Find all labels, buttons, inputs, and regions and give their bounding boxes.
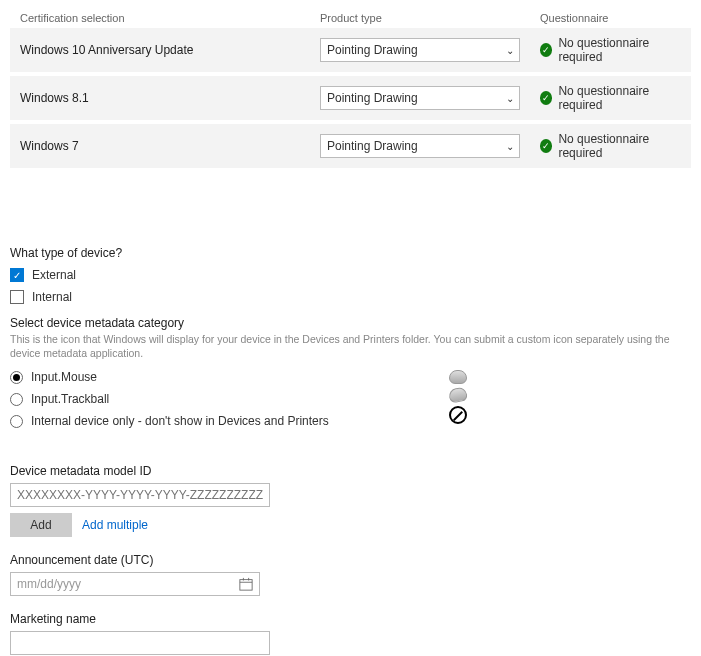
checkbox-external[interactable]: ✓ (10, 268, 24, 282)
checkbox-external-label: External (32, 268, 76, 282)
radio-internal-only[interactable] (10, 415, 23, 428)
metadata-cat-subtitle: This is the icon that Windows will displ… (10, 333, 691, 360)
checkbox-internal-label: Internal (32, 290, 72, 304)
product-type-select[interactable]: Pointing Drawing (320, 86, 520, 110)
announcement-date-label: Announcement date (UTC) (10, 553, 691, 567)
check-icon: ✓ (540, 91, 552, 105)
certification-table: Certification selection Product type Que… (10, 8, 691, 168)
cert-header-row: Certification selection Product type Que… (10, 8, 691, 28)
product-type-select[interactable]: Pointing Drawing (320, 134, 520, 158)
radio-input-trackball-label: Input.Trackball (31, 392, 109, 406)
cert-name: Windows 10 Anniversary Update (20, 43, 320, 57)
check-icon: ✓ (540, 43, 552, 57)
check-icon: ✓ (540, 139, 552, 153)
marketing-name-input[interactable] (10, 631, 270, 655)
questionnaire-status: ✓ No questionnaire required (540, 132, 681, 160)
questionnaire-status: ✓ No questionnaire required (540, 84, 681, 112)
category-icon-preview (449, 370, 467, 424)
model-id-add-button[interactable]: Add (10, 513, 72, 537)
mouse-icon (449, 370, 467, 384)
radio-internal-only-label: Internal device only - don't show in Dev… (31, 414, 329, 428)
calendar-icon (239, 577, 253, 591)
cert-row: Windows 10 Anniversary Update Pointing D… (10, 28, 691, 72)
model-id-add-multiple-link[interactable]: Add multiple (82, 518, 148, 532)
radio-input-mouse-label: Input.Mouse (31, 370, 97, 384)
announcement-date-input[interactable]: mm/dd/yyyy (10, 572, 260, 596)
device-type-section: What type of device? ✓ External Internal (10, 246, 691, 304)
radio-input-trackball[interactable] (10, 393, 23, 406)
cert-row: Windows 8.1 Pointing Drawing ⌄ ✓ No ques… (10, 76, 691, 120)
cert-name: Windows 8.1 (20, 91, 320, 105)
announcement-date-placeholder: mm/dd/yyyy (17, 577, 81, 591)
no-icon (449, 406, 467, 424)
device-type-title: What type of device? (10, 246, 691, 260)
svg-rect-0 (240, 580, 252, 591)
cert-name: Windows 7 (20, 139, 320, 153)
cert-row: Windows 7 Pointing Drawing ⌄ ✓ No questi… (10, 124, 691, 168)
cert-header-questionnaire: Questionnaire (540, 12, 681, 24)
radio-input-mouse[interactable] (10, 371, 23, 384)
model-id-input[interactable] (10, 483, 270, 507)
cert-header-product: Product type (320, 12, 540, 24)
model-id-label: Device metadata model ID (10, 464, 691, 478)
questionnaire-status: ✓ No questionnaire required (540, 36, 681, 64)
trackball-icon (448, 387, 468, 404)
marketing-name-label: Marketing name (10, 612, 691, 626)
metadata-cat-title: Select device metadata category (10, 316, 691, 330)
product-type-select[interactable]: Pointing Drawing (320, 38, 520, 62)
checkbox-internal[interactable] (10, 290, 24, 304)
cert-header-cert: Certification selection (20, 12, 320, 24)
